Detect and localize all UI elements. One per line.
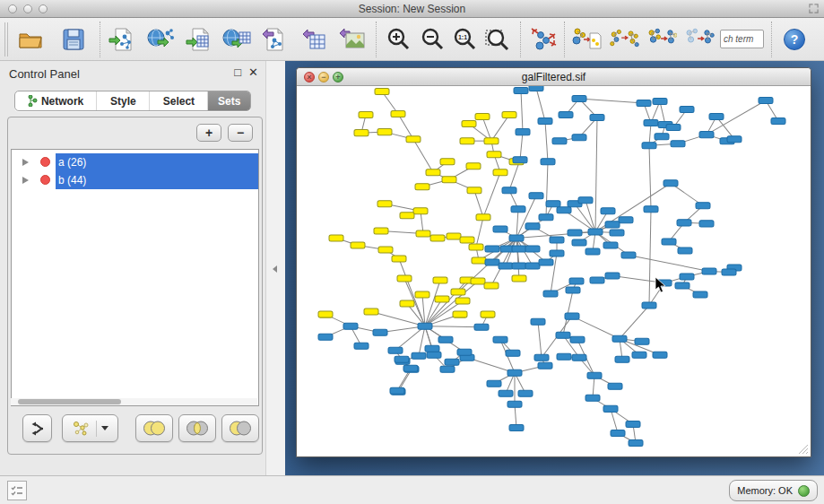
search-input[interactable] — [720, 30, 764, 48]
graph-node-blue[interactable] — [493, 226, 507, 232]
graph-node-blue[interactable] — [693, 291, 707, 298]
graph-node-yellow[interactable] — [392, 256, 406, 262]
export-network-button[interactable] — [259, 22, 290, 56]
graph-node-yellow[interactable] — [329, 235, 343, 241]
graph-node-blue[interactable] — [572, 239, 586, 246]
graph-node-yellow[interactable] — [475, 114, 490, 120]
graph-node-yellow[interactable] — [359, 112, 373, 118]
task-history-button[interactable] — [7, 481, 27, 500]
graph-node-yellow[interactable] — [467, 187, 481, 194]
graph-node-blue[interactable] — [644, 206, 658, 213]
graph-node-blue[interactable] — [512, 263, 526, 269]
graph-node-blue[interactable] — [611, 430, 625, 436]
graph-node-blue[interactable] — [539, 259, 553, 265]
graph-node-blue[interactable] — [538, 362, 552, 369]
graph-node-yellow[interactable] — [415, 291, 429, 298]
graph-node-blue[interactable] — [699, 132, 714, 138]
graph-node-blue[interactable] — [662, 239, 676, 245]
graph-node-blue[interactable] — [612, 335, 627, 342]
graph-node-blue[interactable] — [457, 349, 472, 355]
tab-sets[interactable]: Sets — [208, 91, 250, 110]
graph-node-yellow[interactable] — [460, 237, 474, 243]
graph-node-yellow[interactable] — [400, 213, 414, 219]
graph-node-blue[interactable] — [525, 246, 540, 252]
graph-node-blue[interactable] — [559, 112, 573, 118]
chevron-down-icon[interactable] — [101, 426, 108, 430]
frame-maximize-icon[interactable]: + — [333, 72, 343, 83]
graph-node-blue[interactable] — [318, 334, 333, 340]
graph-node-blue[interactable] — [727, 136, 742, 143]
graph-node-blue[interactable] — [403, 365, 418, 371]
graph-node-blue[interactable] — [373, 329, 387, 335]
graph-node-blue[interactable] — [412, 352, 426, 359]
graph-node-blue[interactable] — [632, 352, 646, 358]
horizontal-scrollbar[interactable] — [11, 398, 257, 405]
frame-minimize-icon[interactable]: − — [318, 72, 329, 83]
graph-node-yellow[interactable] — [455, 298, 470, 304]
graph-node-yellow[interactable] — [354, 130, 369, 136]
diff-networks-union-button[interactable] — [609, 22, 639, 56]
graph-node-blue[interactable] — [418, 323, 432, 329]
graph-node-yellow[interactable] — [487, 152, 501, 158]
graph-node-blue[interactable] — [601, 208, 615, 214]
graph-node-yellow[interactable] — [377, 129, 392, 135]
graph-node-yellow[interactable] — [430, 235, 445, 241]
zoom-actual-button[interactable]: 1:1 — [449, 22, 480, 56]
graph-node-blue[interactable] — [635, 338, 649, 344]
graph-node-blue[interactable] — [514, 88, 528, 94]
graph-node-blue[interactable] — [585, 395, 600, 401]
graph-node-yellow[interactable] — [415, 184, 429, 190]
graph-node-blue[interactable] — [552, 138, 567, 144]
graph-node-blue[interactable] — [637, 100, 651, 107]
network-frame[interactable]: × − + galFiltered.sif — [296, 67, 811, 457]
graph-node-blue[interactable] — [506, 350, 520, 356]
graph-node-blue[interactable] — [354, 343, 369, 349]
graph-node-blue[interactable] — [388, 347, 403, 353]
graph-node-blue[interactable] — [502, 187, 516, 194]
graph-node-blue[interactable] — [438, 336, 453, 343]
expand-triangle-icon[interactable] — [22, 159, 29, 166]
graph-node-blue[interactable] — [529, 86, 543, 91]
graph-node-blue[interactable] — [507, 401, 522, 407]
graph-node-blue[interactable] — [499, 390, 513, 396]
graph-node-blue[interactable] — [629, 439, 643, 446]
graph-node-blue[interactable] — [390, 387, 404, 394]
graph-node-blue[interactable] — [578, 197, 593, 204]
graph-node-blue[interactable] — [499, 263, 513, 269]
graph-node-blue[interactable] — [513, 157, 527, 163]
graph-node-yellow[interactable] — [351, 242, 365, 248]
tab-select[interactable]: Select — [150, 91, 208, 110]
graph-node-yellow[interactable] — [453, 311, 467, 317]
graph-node-blue[interactable] — [655, 134, 669, 140]
graph-node-blue[interactable] — [605, 273, 620, 279]
graph-node-blue[interactable] — [671, 141, 685, 147]
graph-node-blue[interactable] — [509, 424, 524, 430]
import-table-file-button[interactable] — [184, 22, 214, 56]
graph-node-yellow[interactable] — [460, 138, 474, 144]
graph-node-blue[interactable] — [621, 252, 636, 258]
graph-node-yellow[interactable] — [476, 214, 490, 221]
fullscreen-icon[interactable] — [809, 4, 819, 13]
import-table-web-button[interactable] — [221, 22, 252, 56]
graph-node-yellow[interactable] — [493, 169, 507, 176]
graph-node-blue[interactable] — [556, 332, 570, 338]
graph-node-blue[interactable] — [557, 207, 571, 213]
graph-node-blue[interactable] — [550, 250, 564, 256]
graph-node-yellow[interactable] — [447, 233, 461, 239]
graph-node-blue[interactable] — [570, 336, 585, 343]
tab-network[interactable]: Network — [15, 91, 97, 110]
graph-node-yellow[interactable] — [471, 278, 485, 284]
graph-node-blue[interactable] — [569, 278, 584, 284]
graph-node-blue[interactable] — [626, 421, 640, 427]
graph-node-blue[interactable] — [516, 129, 530, 135]
graph-node-blue[interactable] — [675, 282, 690, 289]
collapse-arrow-icon[interactable] — [273, 265, 277, 273]
graph-node-yellow[interactable] — [416, 230, 430, 237]
graph-node-yellow[interactable] — [469, 244, 483, 250]
diff-networks-difference-button[interactable] — [684, 22, 715, 56]
graph-node-blue[interactable] — [771, 118, 785, 125]
zoom-out-button[interactable] — [417, 22, 447, 56]
graph-node-blue[interactable] — [603, 405, 618, 412]
zoom-in-button[interactable] — [383, 22, 413, 56]
graph-node-blue[interactable] — [590, 277, 604, 283]
